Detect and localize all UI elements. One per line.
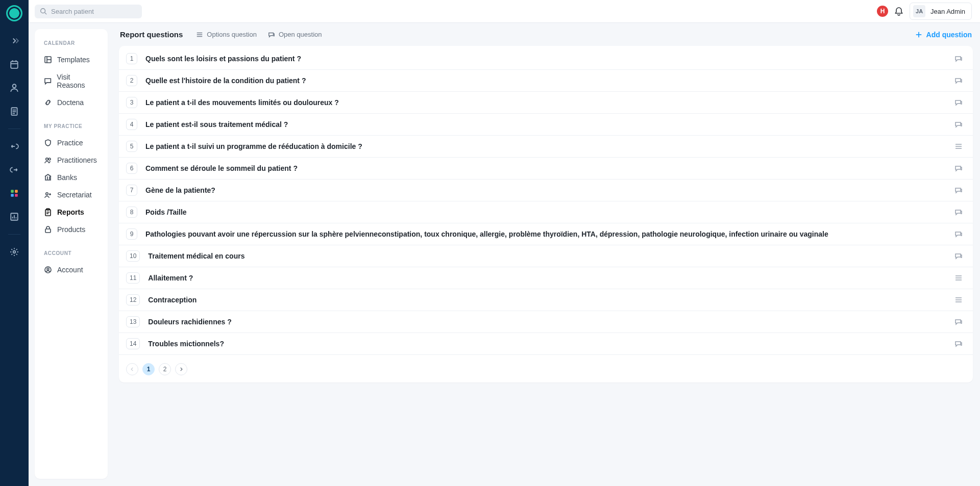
user-avatar: JA (913, 5, 925, 17)
question-number: 4 (126, 119, 137, 130)
rail-patients-icon[interactable] (6, 80, 22, 96)
questions-card: 1Quels sont les loisirs et passions du p… (119, 46, 973, 382)
question-text: Comment se déroule le sommeil du patient… (145, 164, 946, 173)
question-number: 3 (126, 97, 137, 108)
bank-icon (44, 173, 52, 182)
question-text: Le patient a t-il suivi un programme de … (145, 142, 946, 151)
question-row[interactable]: 4Le patient est-il sous traitement médic… (119, 114, 973, 136)
question-text: Gène de la patiente? (145, 186, 946, 195)
sidebar-heading: MY PRACTICE (40, 121, 103, 133)
question-number: 10 (126, 250, 140, 262)
rail-apps-icon[interactable] (6, 185, 22, 201)
rail-outgoing-icon[interactable] (6, 162, 22, 178)
sidebar-item-doctena[interactable]: Doctena (40, 95, 103, 110)
sidebar-item-products[interactable]: Products (40, 222, 103, 237)
rail-documents-icon[interactable] (6, 103, 22, 119)
user-plus-icon (44, 191, 52, 199)
question-row[interactable]: 6Comment se déroule le sommeil du patien… (119, 158, 973, 180)
open-icon (954, 55, 963, 63)
sidebar-heading: CALENDAR (40, 38, 103, 50)
pagination-page-1[interactable]: 1 (142, 363, 155, 375)
sidebar-item-account[interactable]: Account (40, 262, 103, 277)
options-icon (954, 296, 963, 304)
content-header: Report questions Options question Open q… (119, 29, 973, 46)
sidebar-item-practice[interactable]: Practice (40, 135, 103, 150)
open-icon (954, 208, 963, 216)
open-icon (954, 164, 963, 172)
question-type-legend: Options question Open question (196, 31, 322, 38)
sidebar-item-label: Practice (57, 139, 83, 147)
shield-icon (44, 139, 52, 147)
sidebar-item-label: Account (57, 266, 83, 274)
question-row[interactable]: 11Allaitement ? (119, 267, 973, 289)
sidebar-item-templates[interactable]: Templates (40, 52, 103, 67)
question-text: Le patient a t-il des mouvements limités… (145, 98, 946, 107)
sidebar-item-secretariat[interactable]: Secretariat (40, 187, 103, 202)
legend-open-label: Open question (279, 31, 322, 38)
question-number: 1 (126, 53, 137, 64)
question-text: Troubles mictionnels? (148, 339, 946, 348)
question-row[interactable]: 5Le patient a t-il suivi un programme de… (119, 136, 973, 158)
legend-options-label: Options question (207, 31, 257, 38)
question-text: Poids /Taille (145, 208, 946, 217)
question-row[interactable]: 8Poids /Taille (119, 201, 973, 223)
open-icon (954, 98, 963, 107)
open-icon (268, 31, 275, 38)
user-circle-icon (44, 266, 52, 274)
sidebar-item-label: Templates (57, 56, 90, 64)
question-row[interactable]: 10Traitement médical en cours (119, 245, 973, 267)
rail-calendar-icon[interactable] (6, 56, 22, 72)
question-row[interactable]: 9Pathologies pouvant avoir une répercuss… (119, 223, 973, 245)
sidebar-item-practitioners[interactable]: Practitioners (40, 152, 103, 168)
add-question-button[interactable]: Add question (915, 31, 972, 39)
pagination-prev[interactable] (126, 363, 138, 375)
rail-separator (8, 129, 20, 129)
pagination-page-2[interactable]: 2 (159, 363, 171, 375)
rail-analytics-icon[interactable] (6, 209, 22, 225)
question-row[interactable]: 13Douleurs rachidiennes ? (119, 311, 973, 333)
search-input[interactable] (51, 8, 137, 15)
open-icon (954, 230, 963, 238)
lock-icon (44, 225, 52, 234)
open-icon (954, 120, 963, 129)
sidebar-item-label: Products (57, 225, 85, 234)
add-question-label: Add question (926, 31, 972, 39)
settings-sidebar: CALENDARTemplatesVisit ReasonsDoctenaMY … (35, 29, 108, 479)
question-row[interactable]: 2Quelle est l'histoire de la condition d… (119, 70, 973, 92)
question-number: 11 (126, 272, 140, 284)
pagination: 12 (119, 355, 973, 380)
nav-rail (0, 0, 29, 486)
notifications-button[interactable] (893, 6, 904, 17)
rail-separator (8, 234, 20, 235)
question-text: Le patient est-il sous traitement médica… (145, 120, 946, 129)
user-name: Jean Admin (930, 8, 965, 15)
question-row[interactable]: 3Le patient a t-il des mouvements limité… (119, 92, 973, 114)
question-row[interactable]: 1Quels sont les loisirs et passions du p… (119, 48, 973, 70)
help-badge[interactable]: H (877, 6, 888, 17)
legend-open: Open question (268, 31, 322, 38)
rail-incoming-icon[interactable] (6, 138, 22, 155)
user-menu[interactable]: JA Jean Admin (910, 3, 972, 20)
sidebar-item-reports[interactable]: Reports (40, 204, 103, 220)
question-text: Quelle est l'histoire de la condition du… (145, 76, 946, 85)
rail-settings-icon[interactable] (6, 244, 22, 260)
options-icon (954, 274, 963, 282)
question-number: 7 (126, 185, 137, 196)
legend-options: Options question (196, 31, 257, 38)
open-icon (954, 318, 963, 326)
sidebar-item-banks[interactable]: Banks (40, 170, 103, 185)
sidebar-item-visit-reasons[interactable]: Visit Reasons (40, 69, 103, 93)
question-row[interactable]: 14Troubles mictionnels? (119, 333, 973, 355)
sidebar-item-label: Banks (57, 173, 77, 182)
question-number: 8 (126, 207, 137, 218)
page-title: Report questions (120, 30, 183, 39)
question-number: 2 (126, 75, 137, 86)
question-number: 13 (126, 316, 140, 327)
question-row[interactable]: 7Gène de la patiente? (119, 180, 973, 201)
search-input-wrapper[interactable] (35, 5, 142, 18)
rail-expand-button[interactable] (6, 33, 22, 49)
question-text: Allaitement ? (148, 273, 946, 283)
pagination-next[interactable] (175, 363, 187, 375)
users-icon (44, 156, 52, 164)
question-row[interactable]: 12Contraception (119, 289, 973, 311)
